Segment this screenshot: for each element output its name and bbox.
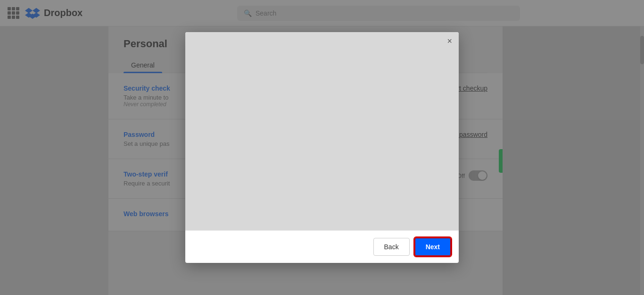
next-button[interactable]: Next (414, 237, 451, 256)
modal-overlay: × Back Next (0, 0, 644, 295)
modal-close-button[interactable]: × (447, 37, 452, 45)
modal-image-area (185, 32, 459, 230)
back-button[interactable]: Back (373, 238, 410, 256)
modal-dialog: × Back Next (185, 32, 459, 263)
modal-footer: Back Next (185, 230, 459, 263)
